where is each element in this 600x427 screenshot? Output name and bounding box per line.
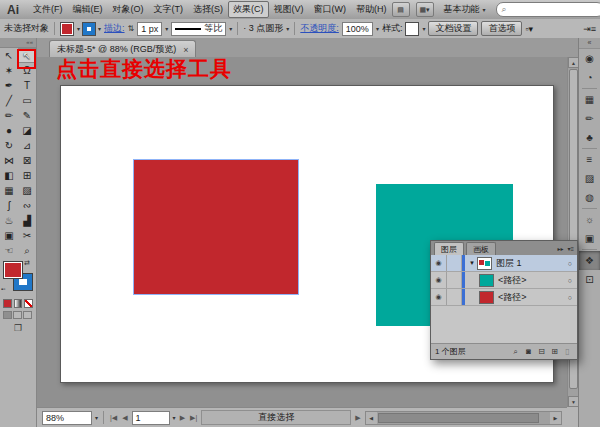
default-fill-stroke-icon[interactable]: ▪▫ bbox=[1, 286, 5, 292]
gradient-button[interactable] bbox=[14, 299, 23, 308]
collapse-panel-icon[interactable]: ▸▸ bbox=[557, 245, 563, 252]
eyedropper-tool[interactable]: ʃ bbox=[0, 198, 18, 213]
layer-row[interactable]: ◉<路径>○ bbox=[431, 289, 577, 306]
artboards-panel-icon[interactable]: ⊡ bbox=[579, 270, 600, 289]
selection-tool[interactable]: ↖ bbox=[0, 48, 18, 63]
style-swatch[interactable] bbox=[405, 22, 419, 36]
artboard-tool[interactable]: ▣ bbox=[0, 228, 18, 243]
lock-column[interactable] bbox=[447, 289, 462, 305]
rectangle-tool[interactable]: ▭ bbox=[18, 93, 36, 108]
brushes-panel-icon[interactable]: ✏ bbox=[579, 109, 600, 128]
menu-effect[interactable]: 效果(C) bbox=[228, 1, 269, 18]
last-artboard-button[interactable]: ▶| bbox=[189, 414, 198, 422]
shape-builder-tool[interactable]: ◧ bbox=[0, 168, 18, 183]
chevron-down-icon[interactable]: ▾ bbox=[173, 414, 176, 421]
target-circle-icon[interactable]: ○ bbox=[568, 260, 572, 267]
red-rectangle[interactable] bbox=[133, 159, 299, 295]
panel-menu-icon[interactable]: ▾≡ bbox=[567, 245, 574, 252]
search-input[interactable]: ⌕ bbox=[496, 2, 600, 17]
menu-window[interactable]: 窗口(W) bbox=[309, 1, 352, 18]
scale-tool[interactable]: ⊿ bbox=[18, 138, 36, 153]
hand-tool[interactable]: ☜ bbox=[0, 243, 18, 258]
chevron-down-icon[interactable]: ▾ bbox=[376, 25, 379, 32]
visibility-eye-icon[interactable]: ◉ bbox=[431, 272, 447, 288]
magic-wand-tool[interactable]: ✶ bbox=[0, 63, 18, 78]
rotate-tool[interactable]: ↻ bbox=[0, 138, 18, 153]
preferences-button[interactable]: 首选项 bbox=[481, 21, 522, 36]
symbol-options-icon[interactable]: ▫▾ bbox=[525, 24, 533, 34]
stroke-link[interactable]: 描边: bbox=[104, 22, 125, 35]
chevron-down-icon[interactable]: ▾ bbox=[286, 25, 289, 32]
visibility-eye-icon[interactable]: ◉ bbox=[431, 255, 447, 271]
menu-file[interactable]: 文件(F) bbox=[28, 1, 68, 18]
pencil-tool[interactable]: ✎ bbox=[18, 108, 36, 123]
collapse-controlbar-icon[interactable]: ⇥≡ bbox=[583, 24, 596, 34]
status-options-icon[interactable]: ▶ bbox=[354, 414, 361, 422]
menu-type[interactable]: 文字(T) bbox=[149, 1, 189, 18]
chevron-down-icon[interactable]: ▾ bbox=[165, 25, 168, 32]
none-button[interactable] bbox=[24, 299, 33, 308]
swatches-panel-icon[interactable]: ▦ bbox=[579, 90, 600, 109]
column-graph-tool[interactable]: ▟ bbox=[18, 213, 36, 228]
target-circle-icon[interactable]: ○ bbox=[568, 277, 572, 284]
scroll-left-icon[interactable]: ◀ bbox=[366, 412, 377, 424]
collapse-tools-icon[interactable]: «« bbox=[0, 38, 36, 48]
menu-view[interactable]: 视图(V) bbox=[269, 1, 309, 18]
type-tool[interactable]: T bbox=[18, 78, 36, 93]
paintbrush-tool[interactable]: ✏ bbox=[0, 108, 18, 123]
zoom-tool[interactable]: ⌕ bbox=[18, 243, 36, 258]
first-artboard-button[interactable]: |◀ bbox=[109, 414, 118, 422]
layers-panel-icon[interactable]: ❖ bbox=[579, 251, 600, 270]
new-sublayer-icon[interactable]: ⊟ bbox=[536, 347, 547, 357]
menu-select[interactable]: 选择(S) bbox=[188, 1, 228, 18]
gradient-panel-icon[interactable]: ▨ bbox=[579, 169, 600, 188]
graphic-styles-panel-icon[interactable]: ▣ bbox=[579, 229, 600, 248]
swap-fill-stroke-icon[interactable]: ⇄ bbox=[24, 259, 30, 267]
zoom-field[interactable]: 88% bbox=[42, 411, 92, 425]
width-tool[interactable]: ⋈ bbox=[0, 153, 18, 168]
fill-swatch[interactable] bbox=[3, 261, 23, 279]
eraser-tool[interactable]: ◪ bbox=[18, 123, 36, 138]
slice-tool[interactable]: ✂ bbox=[18, 228, 36, 243]
tab-layers[interactable]: 图层 bbox=[434, 242, 464, 255]
menu-edit[interactable]: 编辑(E) bbox=[68, 1, 108, 18]
next-artboard-button[interactable]: ▶ bbox=[179, 414, 186, 422]
lock-column[interactable] bbox=[447, 272, 462, 288]
artboard-number-field[interactable]: 1 bbox=[132, 411, 170, 425]
target-circle-icon[interactable]: ○ bbox=[568, 294, 572, 301]
free-transform-tool[interactable]: ⊠ bbox=[18, 153, 36, 168]
line-segment-tool[interactable]: ╱ bbox=[0, 93, 18, 108]
perspective-grid-tool[interactable]: ⊞ bbox=[18, 168, 36, 183]
stroke-width-stepper[interactable]: ⇅ bbox=[128, 24, 135, 33]
mesh-tool[interactable]: ▦ bbox=[0, 183, 18, 198]
lock-column[interactable] bbox=[447, 255, 462, 271]
arrange-documents-button[interactable]: ▦▾ bbox=[416, 2, 434, 17]
fill-color-swatch[interactable] bbox=[60, 22, 74, 36]
draw-inside-button[interactable] bbox=[23, 311, 32, 319]
expand-panels-icon[interactable]: « bbox=[579, 38, 600, 49]
workspace-switcher[interactable]: 基本功能 ▾ bbox=[440, 2, 490, 17]
horizontal-scroll-thumb[interactable] bbox=[378, 413, 539, 423]
transparency-panel-icon[interactable]: ◍ bbox=[579, 188, 600, 207]
tab-artboards[interactable]: 画板 bbox=[466, 242, 496, 255]
scroll-right-icon[interactable]: ▶ bbox=[550, 412, 561, 424]
screen-mode-icon[interactable]: ❐ bbox=[0, 323, 36, 333]
horizontal-scrollbar[interactable]: ◀ ▶ bbox=[365, 411, 562, 425]
chevron-down-icon[interactable]: ▾ bbox=[229, 25, 232, 32]
layer-row[interactable]: ◉<路径>○ bbox=[431, 272, 577, 289]
opacity-field[interactable]: 100% bbox=[342, 22, 373, 36]
color-button[interactable] bbox=[3, 299, 12, 308]
close-tab-icon[interactable]: × bbox=[183, 45, 188, 55]
menu-help[interactable]: 帮助(H) bbox=[351, 1, 392, 18]
locate-object-icon[interactable]: ⌕ bbox=[510, 347, 521, 357]
stroke-profile-select[interactable]: 等比 bbox=[171, 22, 226, 36]
color-panel-icon[interactable]: ◉ bbox=[579, 49, 600, 68]
pen-tool[interactable]: ✒ bbox=[0, 78, 18, 93]
blob-brush-tool[interactable]: ● bbox=[0, 123, 18, 138]
draw-normal-button[interactable] bbox=[3, 311, 12, 319]
layer-row[interactable]: ◉▼图层 1○ bbox=[431, 255, 577, 272]
visibility-eye-icon[interactable]: ◉ bbox=[431, 289, 447, 305]
expand-triangle-icon[interactable]: ▼ bbox=[469, 260, 477, 266]
stroke-width-field[interactable]: 1 px bbox=[137, 22, 162, 36]
draw-behind-button[interactable] bbox=[13, 311, 22, 319]
